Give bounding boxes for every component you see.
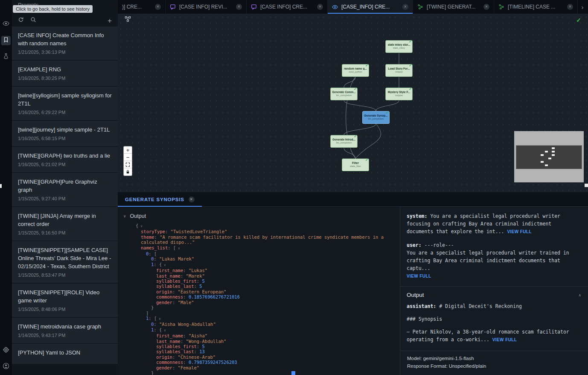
detail-output-header[interactable]: Output ∧ bbox=[400, 287, 588, 301]
prompt-timestamp: 1/16/2025, 6:58:15 PM bbox=[18, 136, 112, 141]
editor-tab[interactable]: [TIMELINE] CASE ... × bbox=[494, 0, 578, 14]
node-title: Filter bbox=[342, 161, 369, 164]
gear-icon bbox=[3, 346, 9, 355]
close-icon[interactable]: × bbox=[155, 4, 161, 10]
prompt-timestamp: 1/15/2025, 9:27:40 PM bbox=[18, 196, 112, 201]
node-output-pane: ∨ Output { ∨storyType: "TwistedLoveTrian… bbox=[118, 207, 400, 375]
minimap-viewport[interactable] bbox=[516, 145, 582, 169]
rail-item-prompts[interactable] bbox=[1, 36, 11, 45]
view-full-link[interactable]: VIEW FULL bbox=[507, 229, 531, 234]
tab-generate-synopsis[interactable]: GENERATE SYNOPSIS × bbox=[118, 192, 202, 206]
prompt-timestamp: 1/16/2025, 6:21:02 PM bbox=[18, 162, 112, 167]
rail-item-view[interactable] bbox=[1, 20, 11, 29]
close-icon[interactable]: × bbox=[567, 4, 573, 10]
rail-item-experiments[interactable] bbox=[1, 52, 11, 62]
json-line: first_name: "Lukas" bbox=[118, 268, 400, 273]
bottom-tab-label: GENERATE SYNOPSIS bbox=[125, 197, 184, 202]
zoom-out-button[interactable]: − bbox=[124, 154, 132, 161]
close-icon[interactable]: × bbox=[189, 196, 195, 202]
prompt-title: [TWINE][GRAPH} two truths and a lie bbox=[18, 152, 112, 160]
resize-handle-right[interactable] bbox=[585, 184, 588, 187]
list-item[interactable]: [TWINE][SNIPPET][SAMPLE CASE] Online Thr… bbox=[12, 241, 118, 283]
list-item[interactable]: [TWINE][SNIPPET][ROLE] Video game writer… bbox=[12, 284, 118, 317]
graph-node-filter[interactable]: Filterstate_filter✓ bbox=[342, 158, 369, 171]
list-item[interactable]: [TWINE][GRAPH} two truths and a lie 1/16… bbox=[12, 147, 118, 172]
editor-tab[interactable]: )] CRE... × bbox=[118, 0, 166, 14]
editor-tab[interactable]: [TWINE] GENERAT... × bbox=[413, 0, 494, 14]
search-icon[interactable] bbox=[30, 17, 36, 24]
flask-icon bbox=[3, 53, 9, 61]
json-line: 0: "Aisha Wong-Abdullah" bbox=[118, 322, 400, 327]
editor-tab[interactable]: [CASE INFO] CRE... × bbox=[247, 0, 328, 14]
graph-node-generate_synopsis[interactable]: Generate Synop...llm_completion✓ bbox=[362, 111, 390, 124]
list-item[interactable]: [CASE INFO] Create Common Info with rand… bbox=[12, 26, 118, 60]
add-prompt-button[interactable]: + bbox=[108, 17, 112, 24]
history-tooltip: Click to go back, hold to see history bbox=[13, 5, 93, 13]
system-role-label: system: bbox=[407, 213, 427, 219]
zoom-in-button[interactable]: + bbox=[124, 146, 132, 154]
resize-handle-left[interactable] bbox=[0, 184, 2, 188]
list-item[interactable]: [EXAMPLE] RNG 1/16/2025, 8:30:25 PM bbox=[12, 61, 118, 86]
prompt-timestamp: 1/15/2025, 9:16:50 PM bbox=[18, 230, 112, 235]
json-line: } bbox=[118, 305, 400, 310]
graph-node-mystery_style[interactable]: Mystery Style F...snippet✓ bbox=[385, 88, 413, 100]
node-subtitle: llm_completion bbox=[331, 141, 357, 144]
node-title: Generate Synop... bbox=[363, 114, 389, 117]
node-title: Generate Introd... bbox=[331, 138, 357, 141]
list-item[interactable]: [TWINE][GRAPH]Pure Graphviz graph 1/15/2… bbox=[12, 173, 118, 206]
chevron-up-icon: ∧ bbox=[578, 293, 581, 297]
json-line: 1: { ∨ bbox=[118, 327, 400, 333]
list-item[interactable]: [TWINE] [JINJA] Array merge in correct o… bbox=[12, 207, 118, 240]
json-line: commonness: 0.7987359247526203 bbox=[118, 360, 400, 365]
resize-handle-bottom[interactable] bbox=[291, 371, 295, 375]
view-full-link[interactable]: VIEW FULL bbox=[492, 337, 517, 342]
editor-tab[interactable]: [CASE INFO] REVI... × bbox=[166, 0, 247, 14]
refresh-icon[interactable] bbox=[18, 17, 24, 24]
lock-button[interactable] bbox=[124, 168, 132, 176]
graph-node-load_story[interactable]: Load Story For...snippet✓ bbox=[385, 64, 413, 77]
fit-view-button[interactable] bbox=[124, 161, 132, 168]
graph-node-generate_introduction[interactable]: Generate Introd...llm_completion✓ bbox=[330, 135, 358, 148]
minimap[interactable] bbox=[514, 131, 584, 182]
node-subtitle: exec_python bbox=[342, 70, 369, 73]
tab-scroll-right-button[interactable]: › bbox=[578, 0, 587, 14]
graph-node-random_name[interactable]: random name g...exec_python✓ bbox=[342, 64, 369, 77]
node-title: state mkey stor... bbox=[386, 43, 412, 46]
output-collapse-row[interactable]: ∨ Output bbox=[118, 207, 400, 223]
graph-node-generate_common[interactable]: Generate Comm...llm_completion✓ bbox=[330, 88, 358, 100]
list-item[interactable]: [twine][journey] simple sample - 2T1L 1/… bbox=[12, 121, 118, 146]
graph-canvas[interactable]: state mkey stor...state_mkey✓random name… bbox=[118, 14, 588, 192]
graph-node-state_mkey[interactable]: state mkey stor...state_mkey✓ bbox=[385, 40, 413, 53]
view-full-link[interactable]: VIEW FULL bbox=[407, 274, 431, 278]
zoom-controls: + − bbox=[124, 146, 132, 176]
model-line: Model: gemini/gemini-1.5-flash bbox=[407, 354, 581, 362]
user-message-text: ---role--- You are a specialist legal pr… bbox=[407, 242, 572, 271]
auto-layout-icon[interactable] bbox=[125, 16, 131, 24]
json-output-tree[interactable]: { ∨storyType: "TwistedLoveTriangle"theme… bbox=[118, 223, 400, 375]
json-line: syllables_last: 5 bbox=[118, 284, 400, 289]
close-icon[interactable]: × bbox=[236, 4, 242, 10]
close-icon[interactable]: × bbox=[402, 4, 408, 10]
minimap-node-dot bbox=[552, 147, 555, 149]
chevron-down-icon: ∨ bbox=[123, 214, 126, 218]
eye-icon bbox=[3, 20, 9, 29]
json-line: theme: "A romance scam facilitator is ki… bbox=[118, 234, 400, 245]
tab-label: [CASE_INFO] CRE... bbox=[341, 4, 399, 10]
rail-item-settings[interactable] bbox=[1, 346, 11, 355]
node-success-check-icon: ✓ bbox=[365, 158, 368, 162]
eye-icon bbox=[332, 4, 338, 10]
close-icon[interactable]: × bbox=[317, 4, 323, 10]
close-icon[interactable]: × bbox=[483, 4, 489, 10]
json-line: ] bbox=[118, 311, 400, 316]
prompt-timestamp: 1/16/2025, 8:30:25 PM bbox=[18, 76, 112, 81]
prompt-title: [EXAMPLE] RNG bbox=[18, 65, 112, 73]
list-item[interactable]: [twine][syllogism] sample syllogism for … bbox=[12, 87, 118, 120]
prompts-sidebar: Prompts Click to go back, hold to see hi… bbox=[12, 0, 118, 375]
rail-item-account[interactable] bbox=[1, 362, 11, 372]
editor-tab[interactable]: [CASE_INFO] CRE... × bbox=[328, 0, 413, 14]
list-item[interactable]: [PYTHON] Yaml to JSON bbox=[12, 344, 118, 364]
assistant-body-text: — Petar Nikolov, a 38-year-old romance s… bbox=[407, 328, 580, 344]
list-item[interactable]: [TWINE] metroidvania case graph 1/14/202… bbox=[12, 318, 118, 343]
node-success-check-icon: ✓ bbox=[354, 87, 357, 91]
json-line: syllables_first: 5 bbox=[118, 278, 400, 284]
